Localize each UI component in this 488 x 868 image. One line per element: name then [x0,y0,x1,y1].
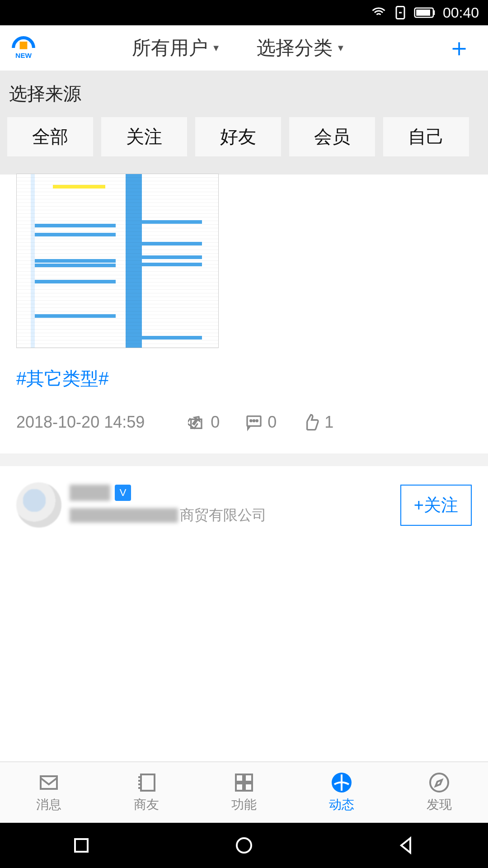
status-bar: 00:40 [0,0,488,25]
contacts-icon [136,772,157,793]
svg-point-10 [256,420,258,421]
post-tag[interactable]: #其它类型# [16,366,472,391]
filter-chip-all[interactable]: 全部 [7,117,93,156]
comment-count: 0 [267,413,277,432]
svg-rect-16 [245,783,252,791]
source-filter-panel: 选择来源 全部 关注 好友 会员 自己 [0,71,488,175]
comment-icon [245,413,263,431]
android-recent-icon[interactable] [70,835,92,856]
bottom-nav: 消息 商友 功能 动态 发现 [0,761,488,823]
nav-contacts[interactable]: 商友 [98,762,195,823]
status-icons [371,5,436,21]
svg-point-8 [250,420,252,421]
filter-chip-row: 全部 关注 好友 会员 自己 [7,117,481,156]
svg-rect-3 [433,10,435,15]
nav-feed[interactable]: 动态 [293,762,390,823]
svg-rect-14 [245,774,252,782]
envelope-icon [38,772,60,793]
android-home-icon[interactable] [233,835,255,856]
filter-chip-follow[interactable]: 关注 [101,117,187,156]
grid-icon [233,772,255,793]
feed-divider [0,453,488,466]
svg-rect-15 [236,783,243,791]
feed-icon [331,772,352,793]
category-filter-label: 选择分类 [257,35,333,61]
avatar[interactable] [16,482,61,528]
svg-rect-2 [416,9,430,16]
nav-discover[interactable]: 发现 [390,762,488,823]
filter-chip-friend[interactable]: 好友 [195,117,281,156]
nav-label: 动态 [329,796,354,813]
user-filter-label: 所有用户 [132,35,208,61]
app-header: NEW 所有用户 ▼ 选择分类 ▼ ＋ [0,25,488,71]
company-name-redacted [70,508,178,523]
nav-label: 消息 [36,796,61,813]
author-name-redacted [70,485,110,501]
post-meta: 2018-10-20 14:59 0 0 1 [16,413,472,432]
post-date: 2018-10-20 14:59 [16,413,145,432]
nav-functions[interactable]: 功能 [195,762,293,823]
svg-rect-4 [20,42,28,49]
share-icon [188,413,206,431]
share-button[interactable]: 0 [188,413,220,432]
comment-button[interactable]: 0 [245,413,277,432]
follow-button[interactable]: +关注 [400,485,472,526]
app-logo-icon: NEW [11,35,36,61]
nav-label: 发现 [427,796,452,813]
share-count: 0 [211,413,220,432]
battery-icon [414,7,436,18]
svg-point-20 [237,838,251,853]
svg-rect-11 [41,776,57,789]
android-nav-bar [0,823,488,868]
company-suffix: 商贸有限公司 [180,505,267,525]
user-filter-dropdown[interactable]: 所有用户 ▼ [132,35,221,61]
post-author-info: V 商贸有限公司 [70,485,392,525]
like-button[interactable]: 1 [302,413,333,432]
nav-messages[interactable]: 消息 [0,762,98,823]
nav-label: 功能 [231,796,257,813]
android-back-icon[interactable] [396,835,418,856]
filter-title: 选择来源 [7,81,481,106]
svg-rect-19 [75,839,88,852]
svg-text:NEW: NEW [15,52,32,59]
thumbs-up-icon [302,413,320,431]
verified-badge-icon: V [115,485,131,501]
svg-point-18 [430,774,448,792]
compass-icon [428,772,450,793]
filter-chip-self[interactable]: 自己 [383,117,469,156]
filter-chip-member[interactable]: 会员 [289,117,375,156]
post-thumbnail[interactable] [16,174,219,348]
svg-rect-13 [236,774,243,782]
chevron-down-icon: ▼ [336,43,345,53]
feed-content: #其它类型# 2018-10-20 14:59 0 0 1 V 商贸有限公司 [0,174,488,528]
svg-point-9 [253,420,255,421]
wifi-icon [371,5,387,21]
svg-rect-12 [141,774,155,791]
orientation-lock-icon [392,5,408,21]
nav-label: 商友 [134,796,159,813]
chevron-down-icon: ▼ [211,43,221,53]
author-name-row: V [70,485,392,501]
add-button[interactable]: ＋ [441,31,477,65]
status-time: 00:40 [443,5,479,21]
like-count: 1 [324,413,333,432]
author-company: 商贸有限公司 [70,505,392,525]
category-filter-dropdown[interactable]: 选择分类 ▼ [257,35,345,61]
post-header: V 商贸有限公司 +关注 [16,466,472,528]
